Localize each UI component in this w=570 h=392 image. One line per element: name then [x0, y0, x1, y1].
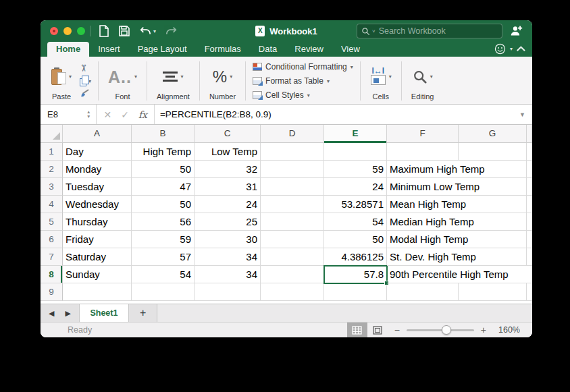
tab-page-layout[interactable]: Page Layout — [129, 42, 196, 57]
feedback-smiley-icon[interactable]: ▾ — [494, 43, 513, 55]
zoom-slider-thumb[interactable] — [442, 325, 451, 335]
copy-button[interactable]: ▾ — [80, 75, 91, 87]
name-box-stepper[interactable]: ▲▼ — [86, 110, 90, 119]
horizontal-scrollbar[interactable] — [157, 304, 532, 322]
cell-C9[interactable] — [195, 283, 261, 301]
cell-C1[interactable]: Low Temp — [195, 143, 261, 161]
conditional-formatting-button[interactable]: Conditional Formatting ▾ — [253, 61, 353, 73]
cell-C3[interactable]: 31 — [195, 178, 261, 196]
cell-E2[interactable]: 59 — [324, 161, 387, 178]
cells-group-button[interactable]: I↔I ▾ Cells — [365, 60, 397, 102]
col-header-C[interactable]: C — [195, 125, 261, 143]
cell-D1[interactable] — [261, 143, 324, 161]
cell-F5[interactable]: Median High Temp — [387, 213, 459, 231]
page-layout-view-button[interactable] — [367, 323, 388, 337]
tab-formulas[interactable]: Formulas — [196, 42, 250, 57]
row-header-9[interactable]: 9 — [41, 283, 63, 301]
cell-D5[interactable] — [261, 213, 324, 231]
cell-D4[interactable] — [261, 196, 324, 213]
cell-B1[interactable]: High Temp — [132, 143, 195, 161]
cell-C2[interactable]: 32 — [195, 161, 261, 178]
cell-C8[interactable]: 34 — [195, 266, 261, 283]
format-painter-button[interactable] — [80, 88, 91, 100]
save-icon[interactable] — [119, 26, 130, 36]
confirm-formula-icon[interactable]: ✓ — [121, 109, 129, 120]
cell-A1[interactable]: Day — [63, 143, 132, 161]
row-header-6[interactable]: 6 — [41, 231, 63, 248]
col-header-G[interactable]: G — [459, 125, 527, 143]
font-group-button[interactable]: A..▾ Font — [103, 60, 142, 102]
tab-review[interactable]: Review — [286, 42, 332, 57]
col-header-E[interactable]: E — [324, 125, 387, 143]
cell-F1[interactable] — [387, 143, 459, 161]
cell-E3[interactable]: 24 — [324, 178, 387, 196]
cell-D2[interactable] — [261, 161, 324, 178]
row-header-1[interactable]: 1 — [41, 143, 63, 161]
cell-A2[interactable]: Monday — [63, 161, 132, 178]
cell-D6[interactable] — [261, 231, 324, 248]
cell-B9[interactable] — [132, 283, 195, 301]
search-scope-chevron-icon[interactable]: ˅ — [372, 28, 375, 34]
zoom-out-button[interactable]: − — [388, 325, 407, 335]
tab-data[interactable]: Data — [250, 42, 286, 57]
cell-E6[interactable]: 50 — [324, 231, 387, 248]
sheet-tab-sheet1[interactable]: Sheet1 — [79, 304, 129, 322]
editing-group-button[interactable]: ▾ Editing — [406, 60, 440, 102]
search-box[interactable]: ˅ — [357, 24, 502, 38]
formula-bar-expand-icon[interactable]: ▼ — [519, 111, 532, 118]
cell-F6[interactable]: Modal High Temp — [387, 231, 459, 248]
minimize-window-button[interactable] — [63, 27, 72, 35]
add-sheet-button[interactable]: + — [129, 304, 157, 322]
cell-B3[interactable]: 47 — [132, 178, 195, 196]
cell-C6[interactable]: 30 — [195, 231, 261, 248]
cell-A6[interactable]: Friday — [63, 231, 132, 248]
col-header-A[interactable]: A — [63, 125, 132, 143]
new-workbook-icon[interactable] — [99, 25, 109, 37]
cell-A4[interactable]: Wednesday — [63, 196, 132, 213]
paste-button[interactable]: ▾ Paste — [46, 60, 77, 102]
sheet-scroll-left-icon[interactable]: ◀ — [49, 309, 54, 318]
smiley-dropdown-caret[interactable]: ▾ — [510, 46, 513, 52]
cut-button[interactable]: ✂ — [80, 62, 91, 74]
cell-F9[interactable] — [387, 283, 459, 301]
cell-A5[interactable]: Thursday — [63, 213, 132, 231]
cell-A8[interactable]: Sunday — [63, 266, 132, 283]
collapse-ribbon-icon[interactable] — [517, 46, 525, 55]
insert-function-icon[interactable]: fx — [138, 109, 147, 120]
row-header-2[interactable]: 2 — [41, 161, 63, 178]
cell-G6[interactable] — [459, 231, 527, 248]
row-header-3[interactable]: 3 — [41, 178, 63, 196]
select-all-corner[interactable] — [41, 125, 63, 143]
cell-A3[interactable]: Tuesday — [63, 178, 132, 196]
cell-G4[interactable] — [459, 196, 527, 213]
tab-insert[interactable]: Insert — [89, 42, 129, 57]
cell-B2[interactable]: 50 — [132, 161, 195, 178]
tab-home[interactable]: Home — [47, 42, 89, 57]
share-icon[interactable] — [510, 25, 523, 39]
undo-button[interactable]: ▾ — [139, 26, 156, 36]
search-input[interactable] — [378, 26, 479, 36]
cell-B6[interactable]: 59 — [132, 231, 195, 248]
cell-E9[interactable] — [324, 283, 387, 301]
cell-D3[interactable] — [261, 178, 324, 196]
cell-E1[interactable] — [324, 143, 387, 161]
cell-E4[interactable]: 53.28571 — [324, 196, 387, 213]
cell-E8[interactable]: 57.8 — [324, 266, 387, 283]
cell-F7[interactable]: St. Dev. High Temp — [387, 248, 459, 266]
name-box[interactable]: E8 — [41, 109, 86, 119]
cell-E7[interactable]: 4.386125 — [324, 248, 387, 266]
zoom-in-button[interactable]: + — [474, 325, 493, 335]
formula-input[interactable]: =PERCENTILE(B2:B8, 0.9) — [155, 109, 519, 119]
cell-F3[interactable]: Minimum Low Temp — [387, 178, 459, 196]
undo-dropdown-caret[interactable]: ▾ — [153, 28, 156, 34]
cell-A7[interactable]: Saturday — [63, 248, 132, 266]
cell-B5[interactable]: 56 — [132, 213, 195, 231]
cell-E5[interactable]: 54 — [324, 213, 387, 231]
col-header-F[interactable]: F — [387, 125, 459, 143]
cell-A9[interactable] — [63, 283, 132, 301]
cell-B7[interactable]: 57 — [132, 248, 195, 266]
alignment-group-button[interactable]: ▾ Alignment — [151, 60, 195, 102]
cell-C7[interactable]: 34 — [195, 248, 261, 266]
sheet-scroll-right-icon[interactable]: ▶ — [65, 309, 70, 318]
normal-view-button[interactable] — [347, 323, 367, 337]
